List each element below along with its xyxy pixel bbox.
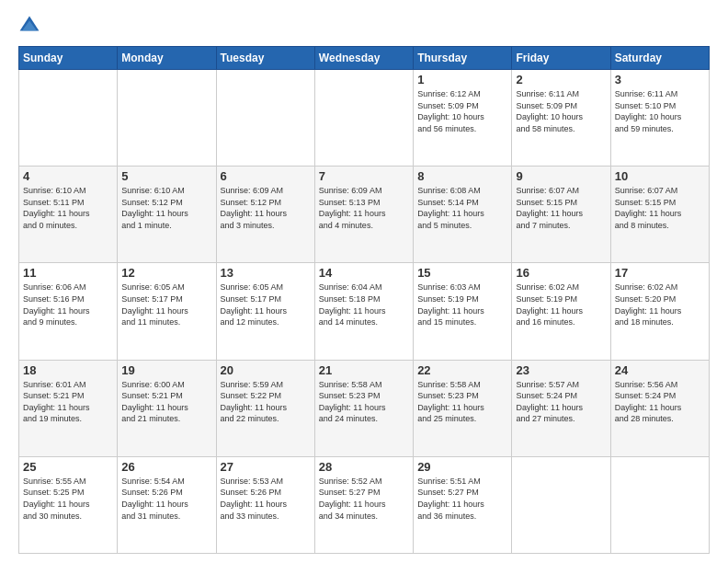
day-info: Sunrise: 6:11 AM Sunset: 5:09 PM Dayligh… <box>516 88 606 134</box>
calendar-week-4: 18Sunrise: 6:01 AM Sunset: 5:21 PM Dayli… <box>19 360 710 456</box>
day-info: Sunrise: 6:05 AM Sunset: 5:17 PM Dayligh… <box>221 282 311 327</box>
calendar-cell: 6Sunrise: 6:09 AM Sunset: 5:12 PM Daylig… <box>216 167 314 263</box>
day-number: 20 <box>221 363 311 377</box>
day-info: Sunrise: 6:02 AM Sunset: 5:20 PM Dayligh… <box>615 282 705 327</box>
calendar-cell: 21Sunrise: 5:58 AM Sunset: 5:23 PM Dayli… <box>314 360 413 456</box>
calendar-cell: 7Sunrise: 6:09 AM Sunset: 5:13 PM Daylig… <box>314 167 413 263</box>
calendar-cell: 10Sunrise: 6:07 AM Sunset: 5:15 PM Dayli… <box>610 167 709 263</box>
day-info: Sunrise: 5:52 AM Sunset: 5:27 PM Dayligh… <box>319 476 409 522</box>
logo-icon <box>18 15 40 37</box>
day-number: 4 <box>23 169 113 183</box>
day-number: 7 <box>319 169 409 183</box>
day-info: Sunrise: 5:51 AM Sunset: 5:27 PM Dayligh… <box>417 476 507 522</box>
day-number: 1 <box>417 73 507 86</box>
col-header-monday: Monday <box>118 47 216 70</box>
calendar-week-1: 1Sunrise: 6:12 AM Sunset: 5:09 PM Daylig… <box>19 70 710 167</box>
calendar-header-row: SundayMondayTuesdayWednesdayThursdayFrid… <box>19 47 710 70</box>
calendar-cell: 15Sunrise: 6:03 AM Sunset: 5:19 PM Dayli… <box>414 263 512 360</box>
calendar-week-3: 11Sunrise: 6:06 AM Sunset: 5:16 PM Dayli… <box>19 263 710 360</box>
day-number: 23 <box>516 363 606 377</box>
day-info: Sunrise: 5:54 AM Sunset: 5:26 PM Dayligh… <box>121 476 211 522</box>
calendar-cell: 17Sunrise: 6:02 AM Sunset: 5:20 PM Dayli… <box>610 263 709 360</box>
calendar-cell: 4Sunrise: 6:10 AM Sunset: 5:11 PM Daylig… <box>19 167 118 263</box>
calendar-table: SundayMondayTuesdayWednesdayThursdayFrid… <box>18 46 710 554</box>
day-info: Sunrise: 6:06 AM Sunset: 5:16 PM Dayligh… <box>23 282 113 327</box>
calendar-cell: 2Sunrise: 6:11 AM Sunset: 5:09 PM Daylig… <box>512 70 610 167</box>
day-info: Sunrise: 5:53 AM Sunset: 5:26 PM Dayligh… <box>221 476 311 522</box>
logo <box>18 15 44 37</box>
day-number: 17 <box>615 266 705 280</box>
day-info: Sunrise: 6:10 AM Sunset: 5:12 PM Dayligh… <box>121 185 211 231</box>
calendar-cell: 16Sunrise: 6:02 AM Sunset: 5:19 PM Dayli… <box>512 263 610 360</box>
col-header-tuesday: Tuesday <box>216 47 314 70</box>
day-info: Sunrise: 6:04 AM Sunset: 5:18 PM Dayligh… <box>319 282 409 327</box>
day-info: Sunrise: 6:12 AM Sunset: 5:09 PM Dayligh… <box>417 88 507 134</box>
calendar-cell: 22Sunrise: 5:58 AM Sunset: 5:23 PM Dayli… <box>414 360 512 456</box>
calendar-cell: 29Sunrise: 5:51 AM Sunset: 5:27 PM Dayli… <box>414 456 512 553</box>
calendar-cell: 5Sunrise: 6:10 AM Sunset: 5:12 PM Daylig… <box>118 167 216 263</box>
day-info: Sunrise: 6:08 AM Sunset: 5:14 PM Dayligh… <box>417 185 507 231</box>
calendar-cell: 3Sunrise: 6:11 AM Sunset: 5:10 PM Daylig… <box>610 70 709 167</box>
calendar-cell <box>512 456 610 553</box>
day-number: 19 <box>121 363 211 377</box>
calendar-cell: 19Sunrise: 6:00 AM Sunset: 5:21 PM Dayli… <box>118 360 216 456</box>
calendar-cell: 12Sunrise: 6:05 AM Sunset: 5:17 PM Dayli… <box>118 263 216 360</box>
day-number: 5 <box>121 169 211 183</box>
calendar-cell: 20Sunrise: 5:59 AM Sunset: 5:22 PM Dayli… <box>216 360 314 456</box>
day-number: 6 <box>221 169 311 183</box>
day-info: Sunrise: 5:55 AM Sunset: 5:25 PM Dayligh… <box>23 476 113 522</box>
day-number: 18 <box>23 363 113 377</box>
col-header-saturday: Saturday <box>610 47 709 70</box>
calendar-cell: 27Sunrise: 5:53 AM Sunset: 5:26 PM Dayli… <box>216 456 314 553</box>
day-number: 28 <box>319 460 409 474</box>
calendar-cell: 26Sunrise: 5:54 AM Sunset: 5:26 PM Dayli… <box>118 456 216 553</box>
day-info: Sunrise: 5:58 AM Sunset: 5:23 PM Dayligh… <box>319 379 409 425</box>
calendar-cell: 13Sunrise: 6:05 AM Sunset: 5:17 PM Dayli… <box>216 263 314 360</box>
calendar-cell <box>118 70 216 167</box>
day-number: 21 <box>319 363 409 377</box>
calendar-week-5: 25Sunrise: 5:55 AM Sunset: 5:25 PM Dayli… <box>19 456 710 553</box>
day-info: Sunrise: 5:58 AM Sunset: 5:23 PM Dayligh… <box>417 379 507 425</box>
calendar-cell: 24Sunrise: 5:56 AM Sunset: 5:24 PM Dayli… <box>610 360 709 456</box>
day-number: 2 <box>516 73 606 86</box>
day-info: Sunrise: 5:59 AM Sunset: 5:22 PM Dayligh… <box>221 379 311 425</box>
day-info: Sunrise: 6:01 AM Sunset: 5:21 PM Dayligh… <box>23 379 113 425</box>
calendar-cell <box>314 70 413 167</box>
day-number: 26 <box>121 460 211 474</box>
day-number: 13 <box>221 266 311 280</box>
page: SundayMondayTuesdayWednesdayThursdayFrid… <box>0 0 728 563</box>
calendar-cell <box>216 70 314 167</box>
day-info: Sunrise: 6:09 AM Sunset: 5:13 PM Dayligh… <box>319 185 409 231</box>
day-number: 29 <box>417 460 507 474</box>
day-info: Sunrise: 6:07 AM Sunset: 5:15 PM Dayligh… <box>516 185 606 231</box>
day-number: 14 <box>319 266 409 280</box>
day-info: Sunrise: 6:02 AM Sunset: 5:19 PM Dayligh… <box>516 282 606 327</box>
calendar-cell: 9Sunrise: 6:07 AM Sunset: 5:15 PM Daylig… <box>512 167 610 263</box>
col-header-thursday: Thursday <box>414 47 512 70</box>
calendar-cell: 1Sunrise: 6:12 AM Sunset: 5:09 PM Daylig… <box>414 70 512 167</box>
calendar-cell <box>610 456 709 553</box>
day-info: Sunrise: 5:56 AM Sunset: 5:24 PM Dayligh… <box>615 379 705 425</box>
calendar-week-2: 4Sunrise: 6:10 AM Sunset: 5:11 PM Daylig… <box>19 167 710 263</box>
calendar-cell: 28Sunrise: 5:52 AM Sunset: 5:27 PM Dayli… <box>314 456 413 553</box>
day-number: 3 <box>615 73 705 86</box>
day-info: Sunrise: 6:03 AM Sunset: 5:19 PM Dayligh… <box>417 282 507 327</box>
day-info: Sunrise: 6:11 AM Sunset: 5:10 PM Dayligh… <box>615 88 705 134</box>
col-header-friday: Friday <box>512 47 610 70</box>
calendar-cell: 14Sunrise: 6:04 AM Sunset: 5:18 PM Dayli… <box>314 263 413 360</box>
day-number: 25 <box>23 460 113 474</box>
calendar-cell: 11Sunrise: 6:06 AM Sunset: 5:16 PM Dayli… <box>19 263 118 360</box>
calendar-cell: 23Sunrise: 5:57 AM Sunset: 5:24 PM Dayli… <box>512 360 610 456</box>
day-number: 9 <box>516 169 606 183</box>
day-info: Sunrise: 6:05 AM Sunset: 5:17 PM Dayligh… <box>121 282 211 327</box>
day-info: Sunrise: 6:07 AM Sunset: 5:15 PM Dayligh… <box>615 185 705 231</box>
day-info: Sunrise: 6:09 AM Sunset: 5:12 PM Dayligh… <box>221 185 311 231</box>
day-number: 15 <box>417 266 507 280</box>
day-number: 12 <box>121 266 211 280</box>
day-info: Sunrise: 6:00 AM Sunset: 5:21 PM Dayligh… <box>121 379 211 425</box>
day-info: Sunrise: 5:57 AM Sunset: 5:24 PM Dayligh… <box>516 379 606 425</box>
day-number: 8 <box>417 169 507 183</box>
col-header-wednesday: Wednesday <box>314 47 413 70</box>
calendar-cell: 18Sunrise: 6:01 AM Sunset: 5:21 PM Dayli… <box>19 360 118 456</box>
calendar-cell <box>19 70 118 167</box>
